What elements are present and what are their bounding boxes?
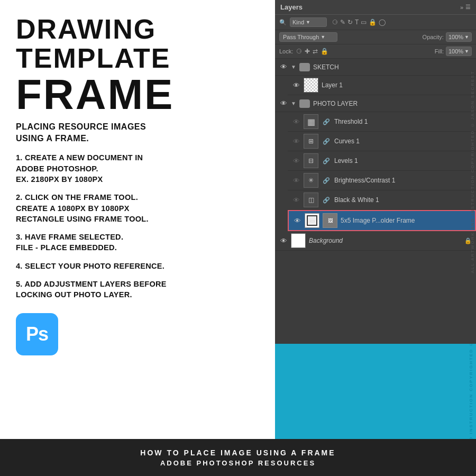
credit-container: ALL ARTWORK AND INSTRUCTION COPYRIGHTED … [469, 344, 473, 439]
layer-1[interactable]: 👁 Layer 1 [288, 76, 476, 95]
lock-all-icon[interactable]: 🔒 [321, 48, 328, 55]
pixel-icon: ⚆ [332, 19, 338, 26]
opacity-group: Opacity: 100% ▼ [423, 32, 472, 42]
opacity-label: Opacity: [423, 34, 444, 40]
link-brightness: 🔗 [322, 177, 331, 184]
frame-layer-name: 5x5 Image P...older Frame [341, 217, 471, 224]
shape-icon: ▭ [361, 19, 367, 26]
arrow-sketch: ▼ [291, 64, 296, 70]
link-levels: 🔗 [322, 158, 331, 164]
thumb-levels: ⊟ [304, 153, 318, 168]
title-frame: FRAME [16, 74, 262, 116]
right-panel: Layers » ☰ 🔍 Kind ▼ ⚆ ✎ ↻ T ▭ [275, 0, 476, 439]
thumb-brightness: ✳ [304, 173, 318, 188]
layer-background[interactable]: 👁 Background 🔒 [275, 231, 476, 251]
layer-levels[interactable]: 👁 ⊟ 🔗 Levels 1 [288, 151, 476, 171]
thumb-bw: ◫ [304, 193, 318, 207]
menu-icon[interactable]: ☰ [465, 4, 471, 11]
layer-bw[interactable]: 👁 ◫ 🔗 Black & White 1 [288, 190, 476, 210]
blend-row: Pass Through ▼ Opacity: 100% ▼ [275, 30, 476, 44]
lock-position-icon[interactable]: ✚ [305, 48, 310, 55]
mask-icon: ◯ [379, 19, 386, 26]
fill-group: Fill: 100% ▼ [435, 47, 472, 56]
layers-header: Layers » ☰ [275, 0, 476, 15]
lock-artboard-icon[interactable]: ⇄ [313, 48, 318, 55]
layer-sketch-group[interactable]: 👁 ▼ SKETCH [275, 59, 476, 76]
fill-chevron: ▼ [464, 49, 469, 54]
eye-bw[interactable]: 👁 [292, 196, 300, 204]
brush-icon: ✎ [340, 19, 345, 26]
fx-icon: ↻ [347, 19, 353, 26]
kind-chevron: ▼ [306, 20, 310, 25]
step-4: 4. SELECT YOUR PHOTO REFERENCE. [16, 261, 262, 271]
kind-row: 🔍 Kind ▼ ⚆ ✎ ↻ T ▭ 🔒 ◯ [275, 15, 476, 30]
brightness-name: Brightness/Contrast 1 [334, 177, 472, 184]
step-1: 1. CREATE A NEW DOCUMENT INADOBE PHOTOSH… [16, 152, 262, 185]
thumb-frame-outer: ▭ [305, 213, 319, 228]
eye-frame[interactable]: 👁 [293, 216, 301, 225]
footer-line2: ADOBE PHOTOSHOP RESOURCES [160, 459, 316, 467]
left-panel: DRAWING TEMPLATE FRAME PLACING RESOURCE … [0, 0, 275, 439]
thumb-frame-inner: 🖼 [323, 213, 337, 228]
eye-threshold[interactable]: 👁 [292, 117, 300, 126]
opacity-chevron: ▼ [464, 34, 469, 40]
blend-dropdown[interactable]: Pass Through ▼ [279, 32, 337, 42]
arrow-photo: ▼ [291, 100, 296, 106]
layers-panel: Layers » ☰ 🔍 Kind ▼ ⚆ ✎ ↻ T ▭ [275, 0, 476, 344]
credit-text: ALL ARTWORK AND INSTRUCTION COPYRIGHTED … [469, 344, 473, 439]
layer-frame[interactable]: 👁 ▭ 🖼 5x5 Image P...older Frame [288, 210, 476, 231]
layer-photo-group[interactable]: 👁 ▼ PHOTO LAYER [275, 95, 476, 112]
opacity-value[interactable]: 100% ▼ [446, 32, 472, 42]
footer: HOW TO PLACE IMAGE USING A FRAME ADOBE P… [0, 439, 476, 476]
layer1-name: Layer 1 [322, 81, 472, 89]
step-5: 5. ADD ADJUSTMENT LAYERS BEFORELOCKING O… [16, 279, 262, 300]
folder-photo [299, 99, 310, 108]
smart-icon: 🔒 [369, 19, 377, 26]
eye-background[interactable]: 👁 [279, 236, 288, 245]
layer-threshold[interactable]: 👁 ▦ 🔗 Threshold 1 [288, 112, 476, 132]
curves-name: Curves 1 [334, 138, 472, 145]
footer-line1: HOW TO PLACE IMAGE USING A FRAME [140, 448, 335, 457]
expand-icon[interactable]: » [460, 4, 463, 11]
eye-brightness[interactable]: 👁 [292, 176, 300, 185]
side-credit: ALL ARTWORK AND INSTRUCTION COPYRIGHTED … [470, 70, 475, 273]
layer-curves[interactable]: 👁 ⊞ 🔗 Curves 1 [288, 132, 476, 151]
photo-group-name: PHOTO LAYER [313, 100, 472, 107]
eye-curves[interactable]: 👁 [292, 137, 300, 145]
title-template: TEMPLATE [16, 44, 262, 73]
lock-pixels-icon[interactable]: ⚆ [296, 48, 302, 55]
ps-label: Ps [26, 323, 48, 345]
fill-value[interactable]: 100% ▼ [446, 47, 472, 56]
layers-header-icons: » ☰ [460, 4, 471, 11]
eye-layer1[interactable]: 👁 [292, 81, 300, 89]
subtitle: PLACING RESOURCE IMAGESUSING A FRAME. [16, 121, 262, 144]
thumb-curves: ⊞ [304, 134, 318, 149]
kind-dropdown[interactable]: Kind ▼ [290, 17, 327, 27]
background-name: Background [309, 237, 461, 244]
title-drawing: DRAWING [16, 15, 262, 44]
kind-label: Kind [292, 19, 304, 25]
link-bw: 🔗 [322, 197, 331, 204]
lock-icons: ⚆ ✚ ⇄ 🔒 [296, 48, 328, 55]
blue-panel: ALL ARTWORK AND INSTRUCTION COPYRIGHTED … [275, 344, 476, 439]
thumb-background [291, 233, 306, 248]
levels-name: Levels 1 [334, 157, 472, 164]
folder-sketch [299, 63, 310, 71]
layer-brightness[interactable]: 👁 ✳ 🔗 Brightness/Contrast 1 [288, 171, 476, 190]
eye-photo[interactable]: 👁 [279, 99, 288, 108]
link-curves: 🔗 [322, 138, 331, 145]
eye-sketch[interactable]: 👁 [279, 63, 288, 71]
step-3: 3. HAVE FRAME SELECTED.FILE - PLACE EMBE… [16, 232, 262, 253]
search-icon: 🔍 [279, 19, 287, 26]
layers-title: Layers [280, 3, 303, 11]
eye-levels[interactable]: 👁 [292, 157, 300, 165]
lock-row: Lock: ⚆ ✚ ⇄ 🔒 Fill: 100% ▼ [275, 44, 476, 59]
fill-label: Fill: [435, 48, 444, 54]
threshold-name: Threshold 1 [334, 118, 472, 125]
thumb-threshold: ▦ [304, 114, 318, 129]
bw-name: Black & White 1 [334, 196, 472, 204]
text-icon: T [355, 19, 359, 26]
lock-label: Lock: [279, 48, 293, 54]
thumb-layer1 [304, 78, 318, 93]
link-threshold: 🔗 [322, 118, 331, 125]
